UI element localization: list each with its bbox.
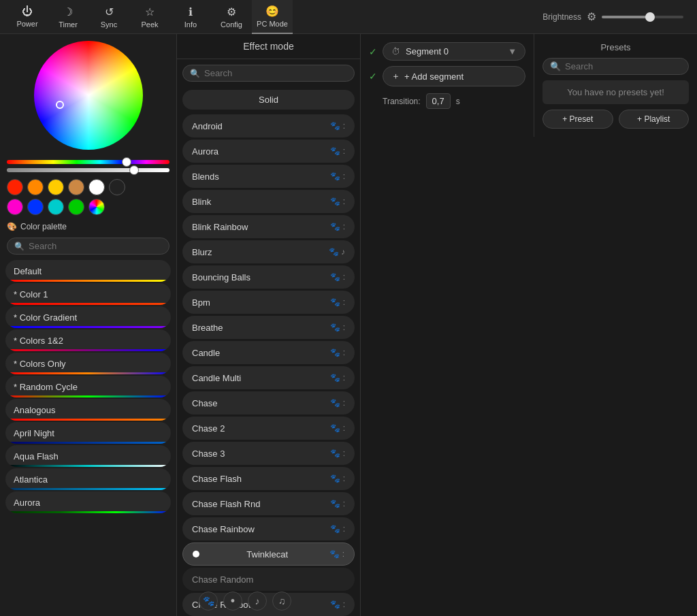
effect-item[interactable]: Chase Flash🐾 : [182, 467, 355, 490]
add-playlist-button[interactable]: + Playlist [619, 110, 690, 129]
twinklecat-popup[interactable]: Twinklecat🐾 : [182, 542, 355, 566]
effect-item[interactable]: Bpm🐾 : [182, 291, 355, 314]
palette-list: Default* Color 1* Color Gradient* Colors… [0, 257, 176, 616]
effect-item[interactable]: Aurora🐾 : [182, 140, 355, 163]
palette-item[interactable]: Aurora [5, 491, 171, 513]
swatch-red[interactable] [7, 179, 23, 195]
effect-item-icons: 🐾 : [330, 323, 345, 332]
palette-item[interactable]: Atlantica [5, 468, 171, 490]
add-segment-label: + Add segment [404, 71, 464, 82]
effect-item-icons: 🐾 : [330, 449, 345, 458]
effect-item-icons: 🐾 : [330, 524, 345, 534]
effect-item[interactable]: Chase🐾 : [182, 391, 355, 415]
nav-pcmode[interactable]: 😊 PC Mode [252, 0, 293, 34]
effect-item-label: Chase 3 [192, 449, 225, 459]
segment-selector[interactable]: ⏱ Segment 0 ▼ [383, 42, 525, 61]
effect-item[interactable]: Chase 2🐾 : [182, 417, 355, 440]
presets-search-box[interactable]: 🔍 [542, 58, 689, 75]
effect-item-icons: 🐾 ♪ [329, 247, 345, 257]
effect-item[interactable]: Blink Rainbow🐾 : [182, 215, 355, 238]
color-wheel[interactable] [34, 41, 143, 150]
segment-timer-icon: ⏱ [391, 46, 400, 56]
transition-value: 0,7 [426, 93, 451, 109]
white-slider[interactable] [7, 168, 169, 172]
presets-search-input[interactable] [565, 61, 681, 71]
add-segment-button[interactable]: ＋ + Add segment [383, 66, 525, 86]
effect-item-icons: 🐾 : [330, 197, 345, 206]
palette-item[interactable]: Default [5, 260, 171, 282]
palette-item[interactable]: * Color 1 [5, 283, 171, 305]
nav-peek[interactable]: ☆ Peek [129, 0, 170, 34]
effect-search-input[interactable] [204, 68, 347, 78]
seg-presets-row: ✓ ⏱ Segment 0 ▼ ✓ ＋ + Add segment Tran [361, 34, 697, 137]
brightness-slider[interactable] [602, 16, 683, 18]
palette-item[interactable]: * Colors Only [5, 353, 171, 374]
color-wheel-container [0, 34, 176, 157]
effect-item[interactable]: Chase Flash Rnd🐾 : [182, 492, 355, 515]
swatch-white[interactable] [88, 179, 105, 195]
bottom-icon-music2[interactable]: ♫ [272, 591, 291, 611]
segment-name: Segment 0 [406, 46, 502, 56]
palette-item[interactable]: * Color Gradient [5, 306, 171, 328]
swatch-green[interactable] [68, 199, 84, 215]
effect-search-box[interactable]: 🔍 [182, 65, 355, 82]
nav-power[interactable]: ⏻ Power [7, 0, 48, 34]
nav-sync[interactable]: ↺ Sync [88, 0, 129, 34]
effect-item[interactable]: Bouncing Balls🐾 : [182, 265, 355, 289]
nav-info[interactable]: ℹ Info [170, 0, 211, 34]
effect-item[interactable]: Blurz🐾 ♪ [182, 240, 355, 263]
effect-item[interactable]: Chase Rainbow🐾 : [182, 517, 355, 540]
palette-item[interactable]: Analogous [5, 399, 171, 421]
effect-item-icons: 🐾 : [330, 373, 345, 383]
bottom-icon-music1[interactable]: ♪ [248, 591, 267, 611]
swatch-orange[interactable] [27, 179, 44, 195]
presets-search-icon: 🔍 [550, 61, 561, 71]
swatch-pink[interactable] [7, 199, 23, 215]
effect-solid[interactable]: Solid [182, 90, 355, 110]
color-wheel-selector[interactable] [56, 101, 64, 109]
nav-timer[interactable]: ☽ Timer [48, 0, 88, 34]
add-segment-plus-icon: ＋ [391, 70, 400, 82]
effect-item-label: Breathe [192, 323, 223, 333]
palette-item[interactable]: * Random Cycle [5, 376, 171, 398]
effect-item[interactable]: Android🐾 : [182, 114, 355, 137]
effect-item[interactable]: Blends🐾 : [182, 165, 355, 188]
effect-item-label: Chase Flash Rnd [192, 499, 260, 509]
swatch-tan[interactable] [68, 179, 84, 195]
bottom-icon-paw[interactable]: 🐾 [199, 591, 218, 611]
effect-item-icons: 🐾 : [330, 121, 345, 131]
brightness-label: Brightness [542, 12, 581, 22]
effect-item[interactable]: Candle Multi🐾 : [182, 366, 355, 389]
swatch-black[interactable] [109, 179, 125, 195]
effect-item-label: Android [192, 121, 223, 131]
nav-config[interactable]: ⚙ Config [211, 0, 252, 34]
effect-item[interactable]: Blink🐾 : [182, 190, 355, 213]
effect-item-label: Blends [192, 172, 219, 182]
palette-search-input[interactable] [29, 241, 162, 251]
palette-item[interactable]: April Night [5, 422, 171, 444]
effect-item-chase-rainbow2-partial[interactable]: Chase Random [182, 568, 355, 591]
effect-item[interactable]: Candle🐾 : [182, 341, 355, 364]
effect-item-icons: 🐾 : [330, 348, 345, 357]
effect-item-label: Blurz [192, 247, 212, 257]
palette-search-box[interactable]: 🔍 [7, 238, 169, 255]
add-segment-row: ✓ ＋ + Add segment [369, 66, 525, 86]
swatch-rainbow[interactable] [88, 199, 105, 215]
add-preset-button[interactable]: + Preset [542, 110, 613, 129]
effect-item[interactable]: Breathe🐾 : [182, 316, 355, 339]
brightness-gear-icon[interactable]: ⚙ [587, 10, 596, 23]
effect-item-icons: 🐾 : [330, 398, 345, 408]
left-panel: 🎨 Color palette 🔍 Default* Color 1* Colo… [0, 34, 177, 616]
info-icon: ℹ [189, 5, 193, 18]
effect-item[interactable]: Chase 3🐾 : [182, 442, 355, 465]
hue-slider[interactable] [7, 160, 169, 164]
swatch-yellow[interactable] [48, 179, 64, 195]
bottom-icon-dot[interactable]: • [223, 591, 242, 611]
sliders-section [0, 157, 176, 176]
color-swatches [0, 176, 176, 218]
swatch-blue[interactable] [27, 199, 44, 215]
palette-item[interactable]: Aqua Flash [5, 445, 171, 467]
palette-item[interactable]: * Colors 1&2 [5, 329, 171, 351]
nav-config-label: Config [221, 20, 242, 29]
swatch-cyan[interactable] [48, 199, 64, 215]
